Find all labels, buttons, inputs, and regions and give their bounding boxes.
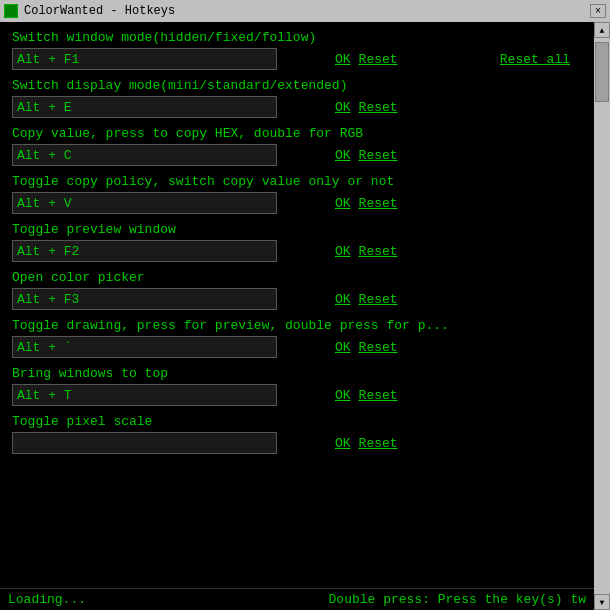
hotkey-reset-8[interactable]: Reset (359, 436, 398, 451)
hotkey-input-0[interactable] (12, 48, 277, 70)
reset-all-link[interactable]: Reset all (500, 52, 570, 67)
hotkey-reset-4[interactable]: Reset (359, 244, 398, 259)
hotkey-reset-3[interactable]: Reset (359, 196, 398, 211)
reset-all-area: Reset all (500, 52, 570, 67)
status-bar: Loading... Double press: Press the key(s… (0, 588, 594, 610)
hotkey-label-4: Toggle preview window (12, 222, 582, 237)
hotkey-reset-1[interactable]: Reset (359, 100, 398, 115)
title-bar: ColorWanted - Hotkeys × (0, 0, 610, 22)
hotkey-row-2: OKReset (12, 144, 582, 166)
hotkey-label-1: Switch display mode(mini/standard/extend… (12, 78, 582, 93)
hotkey-row-4: OKReset (12, 240, 582, 262)
hotkey-section-0: Switch window mode(hidden/fixed/follow)O… (12, 30, 582, 70)
hotkey-ok-8[interactable]: OK (335, 436, 351, 451)
scroll-up-button[interactable]: ▲ (594, 22, 610, 38)
scrollbar-thumb[interactable] (595, 42, 609, 102)
hotkey-ok-1[interactable]: OK (335, 100, 351, 115)
hotkey-section-2: Copy value, press to copy HEX, double fo… (12, 126, 582, 166)
hotkey-input-6[interactable] (12, 336, 277, 358)
hotkey-input-2[interactable] (12, 144, 277, 166)
hotkey-input-4[interactable] (12, 240, 277, 262)
scrollbar-track (594, 38, 610, 594)
hotkey-label-0: Switch window mode(hidden/fixed/follow) (12, 30, 582, 45)
help-text: Double press: Press the key(s) tw (329, 592, 586, 607)
scrollbar[interactable]: ▲ ▼ (594, 22, 610, 610)
hotkey-input-1[interactable] (12, 96, 277, 118)
hotkey-reset-6[interactable]: Reset (359, 340, 398, 355)
hotkey-section-3: Toggle copy policy, switch copy value on… (12, 174, 582, 214)
hotkey-reset-0[interactable]: Reset (359, 52, 398, 67)
hotkey-section-5: Open color pickerOKReset (12, 270, 582, 310)
hotkey-reset-5[interactable]: Reset (359, 292, 398, 307)
hotkey-input-3[interactable] (12, 192, 277, 214)
close-button[interactable]: × (590, 4, 606, 18)
hotkey-ok-0[interactable]: OK (335, 52, 351, 67)
hotkey-ok-3[interactable]: OK (335, 196, 351, 211)
hotkey-row-3: OKReset (12, 192, 582, 214)
loading-text: Loading... (8, 592, 86, 607)
hotkey-ok-5[interactable]: OK (335, 292, 351, 307)
hotkey-ok-4[interactable]: OK (335, 244, 351, 259)
hotkey-section-1: Switch display mode(mini/standard/extend… (12, 78, 582, 118)
hotkey-ok-6[interactable]: OK (335, 340, 351, 355)
hotkey-label-2: Copy value, press to copy HEX, double fo… (12, 126, 582, 141)
hotkey-reset-2[interactable]: Reset (359, 148, 398, 163)
hotkey-input-5[interactable] (12, 288, 277, 310)
hotkey-ok-7[interactable]: OK (335, 388, 351, 403)
hotkey-label-6: Toggle drawing, press for preview, doubl… (12, 318, 582, 333)
hotkey-row-0: OKReset (12, 48, 582, 70)
app-icon (4, 4, 18, 18)
scroll-down-button[interactable]: ▼ (594, 594, 610, 610)
hotkey-input-8[interactable] (12, 432, 277, 454)
hotkey-row-1: OKReset (12, 96, 582, 118)
hotkey-row-8: OKReset (12, 432, 582, 454)
hotkey-section-4: Toggle preview windowOKReset (12, 222, 582, 262)
hotkey-label-8: Toggle pixel scale (12, 414, 582, 429)
hotkey-label-7: Bring windows to top (12, 366, 582, 381)
hotkey-row-5: OKReset (12, 288, 582, 310)
hotkey-label-5: Open color picker (12, 270, 582, 285)
hotkey-section-8: Toggle pixel scaleOKReset (12, 414, 582, 454)
hotkey-input-7[interactable] (12, 384, 277, 406)
hotkey-section-6: Toggle drawing, press for preview, doubl… (12, 318, 582, 358)
hotkey-label-3: Toggle copy policy, switch copy value on… (12, 174, 582, 189)
hotkey-section-7: Bring windows to topOKReset (12, 366, 582, 406)
hotkey-reset-7[interactable]: Reset (359, 388, 398, 403)
hotkey-row-7: OKReset (12, 384, 582, 406)
window-title: ColorWanted - Hotkeys (24, 4, 175, 18)
hotkey-ok-2[interactable]: OK (335, 148, 351, 163)
hotkey-row-6: OKReset (12, 336, 582, 358)
